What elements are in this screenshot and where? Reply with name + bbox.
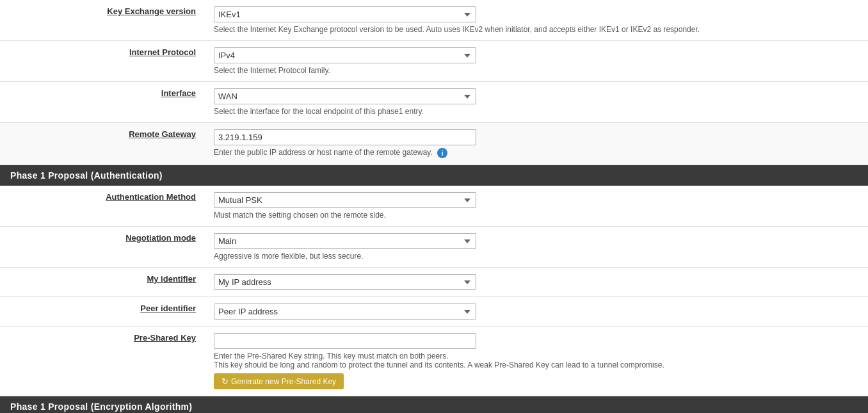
psk-row: Pre-Shared Key Enter the Pre-Shared Key … (0, 327, 868, 396)
negotiation-mode-value-cell: Main Aggressive Aggressive is more flexi… (205, 227, 868, 268)
key-exchange-value-cell: IKEv1 IKEv2 Auto Select the Internet Key… (205, 0, 868, 41)
internet-protocol-select[interactable]: IPv4 IPv6 (214, 47, 476, 63)
psk-label: Pre-Shared Key (0, 327, 205, 396)
refresh-icon: ↻ (221, 377, 229, 386)
key-exchange-select[interactable]: IKEv1 IKEv2 Auto (214, 6, 476, 22)
peer-identifier-select[interactable]: Peer IP address Distinguished Name FQDN … (214, 304, 476, 320)
negotiation-mode-help: Aggressive is more flexible, but less se… (214, 252, 859, 261)
internet-protocol-value-cell: IPv4 IPv6 Select the Internet Protocol f… (205, 41, 868, 82)
my-identifier-label: My identifier (0, 268, 205, 297)
page-wrapper: Key Exchange version IKEv1 IKEv2 Auto Se… (0, 0, 868, 413)
interface-row: Interface WAN LAN DMZ Select the interfa… (0, 82, 868, 123)
remote-gateway-input[interactable]: 3.219.1.159 (214, 129, 476, 145)
peer-identifier-value-cell: Peer IP address Distinguished Name FQDN … (205, 297, 868, 327)
generate-psk-button[interactable]: ↻ Generate new Pre-Shared Key (214, 373, 344, 389)
auth-method-help: Must match the setting chosen on the rem… (214, 211, 859, 220)
remote-gateway-info-icon[interactable]: i (437, 148, 447, 158)
my-identifier-select[interactable]: My IP address Distinguished Name FQDN Us… (214, 274, 476, 290)
my-identifier-value-cell: My IP address Distinguished Name FQDN Us… (205, 268, 868, 297)
auth-method-row: Authentication Method Mutual PSK Mutual … (0, 186, 868, 227)
internet-protocol-label: Internet Protocol (0, 41, 205, 82)
settings-table: Key Exchange version IKEv1 IKEv2 Auto Se… (0, 0, 868, 165)
phase1-auth-header: Phase 1 Proposal (Authentication) (0, 165, 868, 186)
key-exchange-label: Key Exchange version (0, 0, 205, 41)
remote-gateway-row: Remote Gateway 3.219.1.159 Enter the pub… (0, 123, 868, 165)
internet-protocol-help: Select the Internet Protocol family. (214, 66, 859, 75)
my-identifier-row: My identifier My IP address Distinguishe… (0, 268, 868, 297)
auth-method-select[interactable]: Mutual PSK Mutual RSA xauth PSK xauth RS… (214, 192, 476, 208)
auth-method-label: Authentication Method (0, 186, 205, 227)
key-exchange-row: Key Exchange version IKEv1 IKEv2 Auto Se… (0, 0, 868, 41)
psk-input[interactable] (214, 333, 476, 349)
remote-gateway-label: Remote Gateway (0, 123, 205, 165)
interface-select[interactable]: WAN LAN DMZ (214, 88, 476, 104)
negotiation-mode-row: Negotiation mode Main Aggressive Aggress… (0, 227, 868, 268)
remote-gateway-help: Enter the public IP address or host name… (214, 148, 859, 158)
peer-identifier-row: Peer identifier Peer IP address Distingu… (0, 297, 868, 327)
interface-help: Select the interface for the local endpo… (214, 107, 859, 116)
negotiation-mode-select[interactable]: Main Aggressive (214, 233, 476, 249)
remote-gateway-value-cell: 3.219.1.159 Enter the public IP address … (205, 123, 868, 165)
phase1-enc-header: Phase 1 Proposal (Encryption Algorithm) (0, 396, 868, 413)
auth-method-value-cell: Mutual PSK Mutual RSA xauth PSK xauth RS… (205, 186, 868, 227)
key-exchange-help: Select the Internet Key Exchange protoco… (214, 25, 859, 34)
interface-value-cell: WAN LAN DMZ Select the interface for the… (205, 82, 868, 123)
peer-identifier-label: Peer identifier (0, 297, 205, 327)
psk-value-cell: Enter the Pre-Shared Key string. This ke… (205, 327, 868, 396)
internet-protocol-row: Internet Protocol IPv4 IPv6 Select the I… (0, 41, 868, 82)
auth-table: Authentication Method Mutual PSK Mutual … (0, 186, 868, 396)
psk-help: Enter the Pre-Shared Key string. This ke… (214, 352, 687, 369)
negotiation-mode-label: Negotiation mode (0, 227, 205, 268)
interface-label: Interface (0, 82, 205, 123)
